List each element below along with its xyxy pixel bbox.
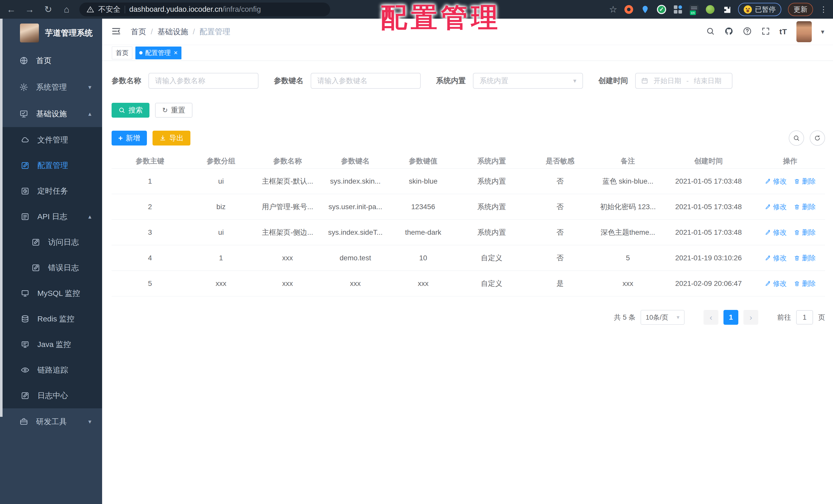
browser-forward-button[interactable]: → [24,0,35,19]
extension-donut-icon[interactable] [624,5,634,14]
date-range-picker[interactable]: 开始日期 - 结束日期 [635,73,733,89]
warning-icon [87,6,94,13]
search-icon [118,107,125,114]
export-button[interactable]: 导出 [152,131,190,146]
monitor-icon [21,289,30,298]
next-page-button[interactable]: › [743,310,758,325]
refresh-table-button[interactable] [810,130,825,146]
sidebar-logo-row[interactable]: 芋道管理系统 [0,19,102,47]
breadcrumb-home[interactable]: 首页 [131,27,146,37]
search-button[interactable]: 搜索 [112,103,149,118]
sidebar-toggle-icon[interactable] [111,26,122,37]
extension-cn-icon[interactable]: cn [689,5,699,14]
delete-label: 删除 [802,253,816,262]
builtin-select[interactable]: 系统内置 ▾ [473,73,583,89]
font-size-icon[interactable]: tT [780,27,787,36]
edit-link[interactable]: 修改 [765,253,787,262]
browser-update-button[interactable]: 更新 [788,3,813,16]
delete-link[interactable]: 删除 [793,279,816,288]
pencil-icon [765,204,771,210]
tab-config[interactable]: 配置管理 × [135,47,182,59]
sidebar-item-file[interactable]: 文件管理 [0,127,102,153]
cell-key: sys.index.skin... [322,177,389,185]
paused-label: 已暂停 [755,5,776,14]
browser-home-button[interactable]: ⌂ [61,0,72,19]
paused-extension-badge[interactable]: 已暂停 [738,3,781,16]
page-size-select[interactable]: 10条/页 ▾ [641,310,685,325]
edit-link[interactable]: 修改 [765,279,787,288]
page-scrollbar[interactable] [0,19,3,417]
address-bar[interactable]: 不安全 dashboard.yudao.iocoder.cn/infra/con… [79,3,330,16]
sidebar-item-infra[interactable]: 基础设施 ▴ [0,100,102,127]
navbar-actions: tT ▾ [706,21,824,42]
param-name-input[interactable] [148,73,259,89]
tab-label: 首页 [116,49,128,57]
app-logo [20,24,39,43]
breadcrumb-infra[interactable]: 基础设施 [158,27,188,37]
delete-link[interactable]: 删除 [793,253,816,262]
tab-home[interactable]: 首页 [112,47,132,59]
sidebar-item-log-center[interactable]: 日志中心 [0,383,102,408]
cell-value: xxx [389,279,457,288]
sidebar-item-system[interactable]: 系统管理 ▾ [0,74,102,100]
extension-check-icon[interactable]: ✓ [657,5,666,14]
sidebar-item-trace[interactable]: 链路追踪 [0,357,102,383]
toggle-search-button[interactable] [789,130,804,146]
sidebar-item-mysql[interactable]: MySQL 监控 [0,280,102,306]
delete-label: 删除 [802,228,816,237]
sidebar-item-label: 日志中心 [38,390,68,401]
reset-button[interactable]: ↻ 重置 [155,103,192,118]
doc-pen-icon [31,263,41,272]
sidebar-item-dev-tools[interactable]: 研发工具 ▾ [0,408,102,435]
sidebar-item-redis[interactable]: Redis 监控 [0,306,102,332]
sidebar-item-access-log[interactable]: 访问日志 [0,229,102,255]
extension-grid-icon[interactable] [673,5,683,14]
browser-reload-button[interactable]: ↻ [43,0,54,19]
prev-page-button[interactable]: ‹ [704,310,718,325]
browser-menu-icon[interactable]: ⋮ [820,5,827,14]
avatar[interactable] [796,21,812,42]
delete-link[interactable]: 删除 [793,202,816,211]
table-row: 5 xxx xxx xxx xxx 自定义 是 xxx 2021-02-09 2… [112,271,825,296]
sidebar-item-job[interactable]: 定时任务 [0,178,102,204]
edit-link[interactable]: 修改 [765,177,787,186]
sidebar-item-api-log[interactable]: API 日志 ▴ [0,204,102,229]
sidebar-item-label: Redis 监控 [38,314,74,324]
edit-label: 修改 [773,177,787,186]
sidebar-item-java[interactable]: Java 监控 [0,332,102,357]
add-button[interactable]: + 新增 [112,131,147,146]
extension-pin-icon[interactable] [640,5,650,14]
update-label: 更新 [793,5,807,14]
monitor-check-icon [19,109,28,118]
delete-link[interactable]: 删除 [793,228,816,237]
sidebar-item-error-log[interactable]: 错误日志 [0,255,102,280]
param-key-input[interactable] [311,73,421,89]
edit-link[interactable]: 修改 [765,202,787,211]
extension-puzzle-icon[interactable] [722,5,731,14]
goto-page-input[interactable] [796,310,813,325]
table-tools [789,130,825,146]
sidebar-item-home[interactable]: 首页 [0,47,102,74]
search-icon[interactable] [706,27,715,37]
created-time-label: 创建时间 [598,76,628,86]
cell-value: 123456 [389,203,457,211]
avatar-caret-icon[interactable]: ▾ [821,28,824,36]
gear-icon [19,83,28,92]
extension-leaf-icon[interactable] [705,5,715,14]
cell-sensitive: 是 [526,279,594,288]
refresh-icon: ↻ [162,106,168,114]
github-icon[interactable] [724,27,734,37]
delete-link[interactable]: 删除 [793,177,816,186]
trash-icon [793,255,800,261]
bookmark-star-icon[interactable]: ☆ [609,4,617,15]
help-icon[interactable] [743,27,752,37]
toolbar-row: + 新增 导出 [112,130,825,146]
edit-link[interactable]: 修改 [765,228,787,237]
sidebar-item-config[interactable]: 配置管理 [0,153,102,178]
close-icon[interactable]: × [174,49,177,57]
fullscreen-icon[interactable] [761,27,770,37]
current-page-button[interactable]: 1 [723,310,738,325]
trash-icon [793,178,800,185]
browser-back-button[interactable]: ← [6,0,17,19]
col-header: 操作 [755,156,825,166]
